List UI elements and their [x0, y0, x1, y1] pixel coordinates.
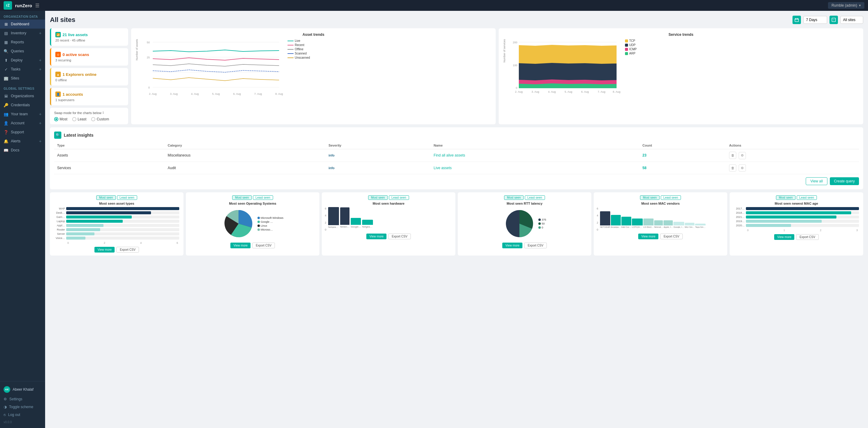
sidebar-item-label-yourteam: Your team [11, 112, 37, 116]
hardware-most-btn[interactable]: Most seen [368, 195, 388, 200]
calendar-icon [793, 16, 801, 24]
hbar-track-router [66, 228, 179, 231]
vbar-label-lg: LG Elect… [643, 226, 654, 228]
svg-text:7. Aug: 7. Aug [254, 92, 262, 95]
mac-age-export-csv[interactable]: Export CSV [796, 234, 818, 240]
insight-count-val-0[interactable]: 23 [643, 153, 646, 158]
sidebar-item-support[interactable]: ❓ Support [0, 127, 45, 137]
vbar-fill-micrsm [685, 223, 695, 225]
hbar-fill-2021 [746, 216, 836, 219]
create-query-button[interactable]: Create query [830, 177, 859, 185]
legend-dot-scanned [287, 53, 293, 54]
sidebar-item-reports[interactable]: ▦ Reports [0, 38, 45, 47]
sidebar-item-docs[interactable]: 📖 Docs [0, 146, 45, 155]
svg-text:2. Aug: 2. Aug [515, 90, 523, 93]
hardware-least-btn[interactable]: Least seen [389, 195, 409, 200]
hbar-track-2019 [746, 220, 859, 223]
asset-types-view-more[interactable]: View more [94, 247, 115, 253]
svg-text:50: 50 [147, 41, 150, 44]
live-assets-title[interactable]: 21 live assets [63, 32, 88, 37]
sidebar-item-yourteam[interactable]: 👥 Your team + [0, 110, 45, 119]
user-menu[interactable]: Rumble (admin) ▾ [828, 2, 864, 9]
os-pie-svg [222, 207, 255, 240]
insights-header-row: Type Category Severity Name Count Action… [54, 142, 859, 149]
plus-icon: + [39, 31, 41, 35]
rtt-most-btn[interactable]: Most seen [504, 195, 523, 200]
radio-dot-custom [91, 117, 95, 121]
sidebar-item-credentials[interactable]: 🔑 Credentials [0, 101, 45, 110]
legend-udp: UDP [625, 44, 637, 47]
mac-vendors-export-csv[interactable]: Export CSV [660, 234, 682, 239]
sidebar-item-inventory[interactable]: ▤ Inventory + [0, 29, 45, 38]
radio-most[interactable]: Most [54, 117, 67, 121]
sites-select[interactable]: All sites [840, 16, 863, 24]
mac-vendors-view-more[interactable]: View more [638, 234, 658, 239]
mac-age-view-more[interactable]: View more [774, 234, 794, 240]
sidebar-footer-log-out[interactable]: ⎋ Log out [0, 411, 45, 419]
rtt-view-more[interactable]: View more [502, 242, 522, 248]
os-most-btn[interactable]: Most seen [232, 195, 251, 200]
rtt-export-csv[interactable]: Export CSV [524, 242, 547, 248]
insight-name-link-1[interactable]: Live assets [434, 166, 452, 170]
severity-badge-0: info [329, 153, 335, 157]
os-view-more[interactable]: View more [230, 242, 251, 248]
insight-count-val-1[interactable]: 58 [643, 166, 646, 170]
sidebar-footer-settings[interactable]: ⚙ Settings [0, 395, 45, 403]
sidebar-item-queries[interactable]: 🔍 Queries [0, 47, 45, 56]
sidebar-item-dashboard[interactable]: ⊞ Dashboard [0, 20, 45, 29]
insight-name-link-0[interactable]: Find all alive assets [434, 153, 465, 158]
sidebar-item-tasks[interactable]: ✓ Tasks + [0, 65, 45, 74]
sidebar-item-alerts[interactable]: 🔔 Alerts + [0, 137, 45, 146]
legend-label-live: Live [295, 39, 300, 42]
os-least-btn[interactable]: Least seen [253, 195, 273, 200]
logo-icon: rZ [4, 1, 12, 10]
hbar-track-2021 [746, 216, 859, 219]
service-trends-title: Service trends [503, 32, 859, 37]
delete-button-1[interactable]: 🗑 [729, 164, 736, 172]
mac-age-least-btn[interactable]: Least seen [797, 195, 817, 200]
tasks-icon: ✓ [4, 67, 8, 72]
hardware-export-csv[interactable]: Export CSV [388, 234, 410, 239]
active-scans-header: ⊙ 0 active scans [55, 52, 124, 57]
mac-age-most-btn[interactable]: Most seen [776, 195, 795, 200]
chart-rtt: Most seen Least seen Most seen RTT laten… [458, 192, 591, 256]
hardware-view-more[interactable]: View more [366, 234, 386, 239]
radio-dot-most [54, 117, 58, 121]
global-settings-label: Global Settings [0, 83, 45, 91]
accounts-title[interactable]: 1 accounts [63, 92, 83, 96]
hbar-row-gam: Gam… [54, 216, 179, 219]
delete-button-0[interactable]: 🗑 [729, 152, 736, 159]
svg-text:100: 100 [513, 64, 517, 67]
chart-mac-age: Most seen Least seen Most seen newest MA… [730, 192, 863, 256]
yourteam-icon: 👥 [4, 112, 8, 116]
explorers-card: ▲ 1 Explorers online 0 offline [50, 68, 128, 85]
settings-button-0[interactable]: ⚙ [739, 152, 746, 159]
sidebar-item-account[interactable]: 👤 Account + [0, 119, 45, 127]
rtt-least-btn[interactable]: Least seen [525, 195, 545, 200]
mac-vendors-most-btn[interactable]: Most seen [640, 195, 659, 200]
active-scans-title[interactable]: 0 active scans [63, 52, 89, 57]
vbar-nimrod: Nimrod… [654, 207, 663, 228]
hamburger-icon[interactable]: ☰ [35, 3, 39, 8]
svg-text:5. Aug: 5. Aug [564, 90, 572, 93]
os-export-csv[interactable]: Export CSV [252, 242, 275, 248]
asset-types-least-btn[interactable]: Least seen [117, 195, 137, 200]
settings-button-1[interactable]: ⚙ [739, 164, 746, 172]
legend-label-udp: UDP [629, 44, 636, 47]
swap-mode-card: Swap mode for the charts below ℹ Most Le… [50, 108, 128, 124]
sidebar-item-organizations[interactable]: 🏛 Organizations [0, 91, 45, 101]
explorers-title[interactable]: 1 Explorers online [63, 72, 97, 77]
view-all-button[interactable]: View all [806, 177, 827, 185]
radio-custom[interactable]: Custom [91, 117, 109, 121]
asset-types-export-csv[interactable]: Export CSV [116, 247, 138, 253]
radio-least[interactable]: Least [72, 117, 86, 121]
sidebar-footer-toggle-scheme[interactable]: ◑ Toggle scheme [0, 403, 45, 411]
col-name: Name [431, 142, 640, 149]
asset-types-most-btn[interactable]: Most seen [96, 195, 116, 200]
sidebar-item-sites[interactable]: 🏢 Sites [0, 74, 45, 83]
date-range-select[interactable]: 7 Days 14 Days 30 Days [803, 16, 827, 24]
insights-section: 🔍 Latest insights Type Category Severity… [50, 127, 863, 189]
sidebar-item-deploy[interactable]: ⬆ Deploy + [0, 56, 45, 65]
mac-vendors-least-btn[interactable]: Least seen [661, 195, 681, 200]
svg-text:6. Aug: 6. Aug [581, 90, 589, 93]
